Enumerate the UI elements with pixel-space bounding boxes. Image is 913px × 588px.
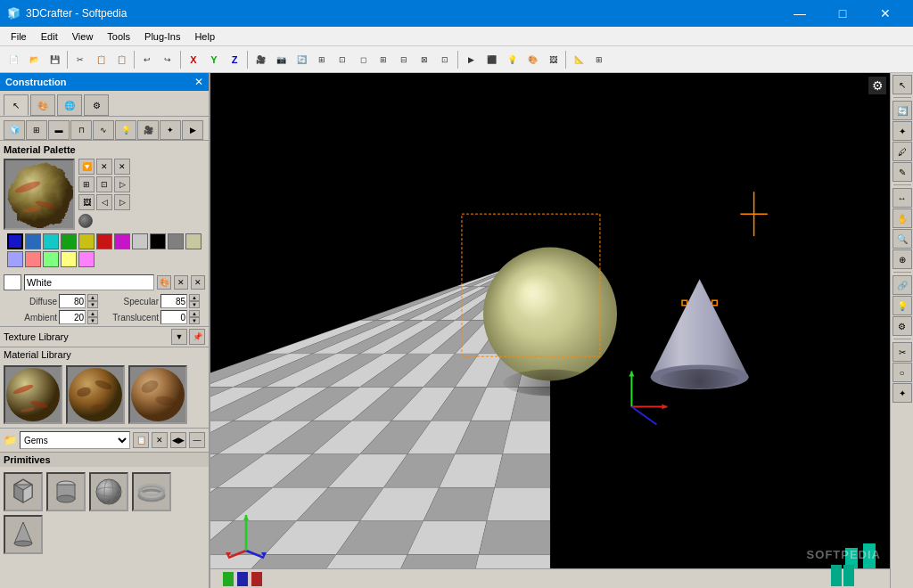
panel-tab-globe[interactable]: 🌐: [57, 94, 82, 116]
obj-tab-shape[interactable]: ⊓: [70, 120, 92, 140]
rt-select[interactable]: ↖: [892, 75, 912, 94]
material-color-swatch[interactable]: [4, 274, 21, 290]
rt-circle[interactable]: ○: [892, 363, 912, 382]
rt-cut2[interactable]: ✂: [892, 342, 912, 362]
library-select[interactable]: Gems Metals Stone Wood Fabric: [20, 431, 130, 449]
menu-tools[interactable]: Tools: [100, 29, 137, 44]
tb-sel3[interactable]: ⊟: [394, 50, 414, 69]
rt-star[interactable]: ✦: [892, 383, 912, 403]
translucent-up[interactable]: ▲: [189, 310, 200, 317]
palette-grid-btn[interactable]: ⊞: [78, 176, 95, 192]
swatch-magenta[interactable]: [114, 233, 130, 249]
obj-tab-anim[interactable]: ▶: [182, 120, 203, 140]
tb-open[interactable]: 📂: [24, 50, 44, 69]
tb-cut[interactable]: ✂: [70, 50, 90, 69]
viewport-settings-button[interactable]: ⚙: [868, 77, 886, 94]
maximize-button[interactable]: □: [822, 0, 863, 27]
panel-tab-color[interactable]: 🎨: [30, 94, 55, 116]
rt-zoomin[interactable]: 🔍: [892, 229, 912, 249]
swatch-green[interactable]: [61, 233, 77, 249]
obj-tab-mesh[interactable]: ⊞: [26, 120, 47, 140]
swatch-gray[interactable]: [168, 233, 184, 249]
palette-right-btn[interactable]: ▷: [114, 194, 130, 210]
palette-x-btn[interactable]: ✕: [114, 159, 130, 175]
specular-up[interactable]: ▲: [189, 294, 200, 301]
ambient-input[interactable]: [59, 310, 86, 324]
mat-item-2[interactable]: [66, 365, 125, 424]
tb-sel2[interactable]: ⊞: [374, 50, 393, 69]
obj-tab-fx[interactable]: ✦: [160, 120, 181, 140]
diffuse-input[interactable]: [59, 294, 86, 308]
tb-cam3[interactable]: 🔄: [292, 50, 311, 69]
palette-dots-btn[interactable]: ⊡: [96, 176, 112, 192]
rt-orbit[interactable]: 🔄: [892, 101, 912, 120]
tb-axis-z[interactable]: Z: [225, 50, 244, 69]
rt-pan[interactable]: ✦: [892, 121, 912, 141]
rt-move[interactable]: ↔: [892, 188, 912, 208]
palette-material-btn[interactable]: 🖼: [78, 194, 95, 210]
tb-mat[interactable]: 🎨: [522, 50, 542, 69]
library-nav-btn[interactable]: ◀▶: [170, 432, 186, 448]
tb-save[interactable]: 💾: [45, 50, 64, 69]
tb-cam5[interactable]: ⊡: [333, 50, 352, 69]
obj-tab-cam[interactable]: 🎥: [137, 120, 159, 140]
tb-render2[interactable]: ⬛: [481, 50, 501, 69]
tb-redo[interactable]: ↪: [158, 50, 177, 69]
tb-sel5[interactable]: ⊡: [435, 50, 455, 69]
tb-cam2[interactable]: 📷: [271, 50, 291, 69]
swatch-tan[interactable]: [185, 233, 202, 249]
primitive-cone[interactable]: [4, 515, 43, 554]
specular-input[interactable]: [160, 294, 187, 308]
swatch-blue[interactable]: [7, 233, 23, 249]
rt-zoom[interactable]: 🖊: [892, 142, 912, 161]
swatch-black[interactable]: [150, 233, 166, 249]
menu-edit[interactable]: Edit: [34, 29, 65, 44]
tb-snap[interactable]: 📐: [569, 50, 588, 69]
palette-clear-btn[interactable]: ✕: [96, 159, 112, 175]
tb-paste[interactable]: 📋: [111, 50, 131, 69]
swatch-ltgreen[interactable]: [43, 251, 59, 267]
tb-undo[interactable]: ↩: [137, 50, 157, 69]
tb-tex[interactable]: 🖼: [543, 50, 563, 69]
obj-tab-curve[interactable]: ∿: [93, 120, 114, 140]
mat-color-pick[interactable]: 🎨: [157, 275, 171, 290]
swatch-yellow[interactable]: [78, 233, 95, 249]
ambient-down[interactable]: ▼: [87, 317, 98, 324]
menu-file[interactable]: File: [4, 29, 34, 44]
palette-filter-btn[interactable]: 🔽: [78, 159, 95, 175]
swatch-periwinkle[interactable]: [7, 251, 23, 267]
tb-copy[interactable]: 📋: [91, 50, 111, 69]
primitive-torus[interactable]: [132, 472, 171, 511]
tb-sel4[interactable]: ⊠: [415, 50, 434, 69]
ambient-up[interactable]: ▲: [87, 310, 98, 317]
menu-view[interactable]: View: [65, 29, 101, 44]
tb-light[interactable]: 💡: [502, 50, 522, 69]
obj-tab-light[interactable]: 💡: [115, 120, 136, 140]
rt-zoomplus[interactable]: ⊕: [892, 249, 912, 269]
material-name-input[interactable]: [24, 274, 154, 290]
minimize-button[interactable]: —: [779, 0, 820, 27]
translucent-input[interactable]: [160, 310, 187, 324]
tb-grid[interactable]: ⊞: [589, 50, 609, 69]
swatch-ltgray[interactable]: [132, 233, 148, 249]
specular-down[interactable]: ▼: [189, 301, 200, 308]
menu-plugins[interactable]: Plug-Ins: [137, 29, 187, 44]
rt-connect[interactable]: 🔗: [892, 275, 912, 295]
mat-item-1[interactable]: [4, 365, 62, 424]
swatch-pink[interactable]: [78, 251, 95, 267]
diffuse-up[interactable]: ▲: [87, 294, 98, 301]
palette-left-btn[interactable]: ◁: [96, 194, 112, 210]
library-del-btn[interactable]: ✕: [152, 432, 168, 448]
swatch-cyan[interactable]: [43, 233, 59, 249]
rt-gear[interactable]: ⚙: [892, 316, 912, 336]
swatch-ltyellow[interactable]: [61, 251, 77, 267]
palette-arrow-btn[interactable]: ▷: [114, 176, 130, 192]
rt-paint[interactable]: ✎: [892, 162, 912, 182]
texture-lib-expand[interactable]: ▼: [171, 329, 187, 345]
panel-tab-settings[interactable]: ⚙: [84, 94, 109, 116]
tb-render[interactable]: ▶: [461, 50, 481, 69]
tb-sel1[interactable]: ◻: [353, 50, 373, 69]
construction-close[interactable]: ✕: [194, 76, 203, 88]
primitive-cube[interactable]: [4, 472, 43, 511]
tb-axis-x[interactable]: X: [184, 50, 203, 69]
